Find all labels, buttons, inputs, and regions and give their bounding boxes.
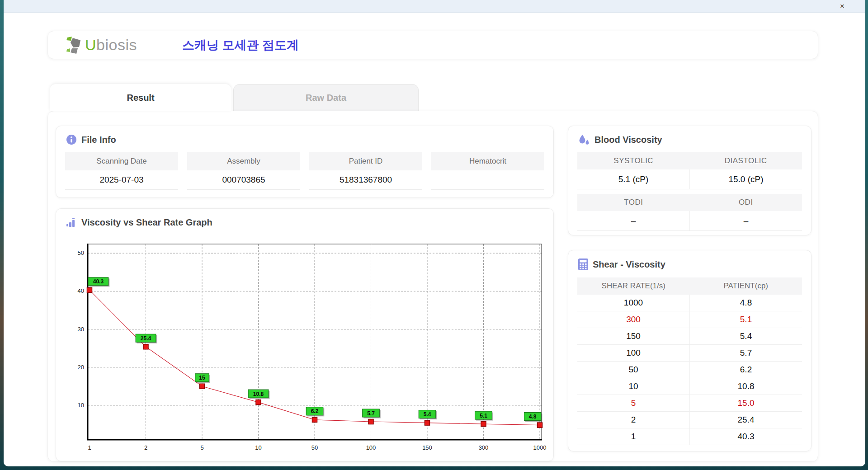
x-tick-label: 1 bbox=[88, 444, 91, 451]
x-tick-label: 300 bbox=[479, 444, 489, 451]
bv-header-cell: DIASTOLIC bbox=[690, 152, 802, 169]
table-row: 506.2 bbox=[577, 362, 802, 378]
spacer bbox=[577, 189, 802, 194]
field-label: Hematocrit bbox=[431, 152, 544, 170]
tab-result[interactable]: Result bbox=[50, 84, 231, 111]
brand-rest: biosis bbox=[96, 36, 137, 53]
data-point-marker bbox=[481, 422, 486, 427]
y-tick-label: 10 bbox=[78, 402, 84, 409]
header-card: Ubiosis 스캐닝 모세관 점도계 bbox=[47, 31, 818, 59]
app-window: × Ubiosis 스캐닝 모세관 점도계 Result Raw Data bbox=[4, 0, 865, 466]
y-tick-label: 50 bbox=[78, 249, 84, 256]
bv-header-cell: ODI bbox=[690, 194, 802, 211]
bv-header-row: TODIODI bbox=[577, 194, 802, 211]
sv-patient-cell: 6.2 bbox=[690, 362, 802, 378]
data-point-marker bbox=[425, 420, 430, 425]
field-value: 2025-07-03 bbox=[65, 170, 178, 190]
bv-value-row: –– bbox=[577, 211, 802, 231]
brand-text: Ubiosis bbox=[85, 36, 137, 54]
viscosity-chart-svg: 10203040501251050100150300100040.325.415… bbox=[70, 235, 594, 457]
table-row: 1505.4 bbox=[577, 328, 802, 345]
table-row: 1005.7 bbox=[577, 345, 802, 362]
table-row: 1010.8 bbox=[577, 378, 802, 395]
blood-viscosity-table: SYSTOLICDIASTOLIC5.1 (cP)15.0 (cP)TODIOD… bbox=[577, 152, 802, 231]
data-point-marker bbox=[87, 287, 92, 292]
graph-title: Viscosity vs Shear Rate Graph bbox=[81, 217, 212, 228]
result-content-card: File Info Scanning Date2025-07-03Assembl… bbox=[47, 111, 818, 462]
data-point-marker bbox=[368, 419, 373, 424]
data-point-marker bbox=[538, 423, 542, 428]
table-row: 225.4 bbox=[577, 412, 802, 428]
data-point-marker bbox=[143, 344, 148, 349]
data-label-text: 10.8 bbox=[253, 391, 264, 397]
blood-viscosity-title: Blood Viscosity bbox=[594, 135, 662, 145]
x-tick-label: 2 bbox=[144, 444, 147, 451]
sv-patient-cell: 5.1 bbox=[690, 311, 802, 328]
data-label-text: 5.1 bbox=[480, 413, 487, 419]
data-label-text: 25.4 bbox=[141, 335, 151, 342]
file-info-column: Scanning Date2025-07-03 bbox=[65, 152, 178, 190]
sv-patient-cell: 15.0 bbox=[690, 395, 802, 411]
x-tick-label: 100 bbox=[366, 444, 376, 451]
app-title-korean: 스캐닝 모세관 점도계 bbox=[182, 37, 299, 53]
series-line bbox=[90, 290, 540, 425]
field-label: Assembly bbox=[187, 152, 300, 170]
x-tick-label: 150 bbox=[422, 444, 432, 451]
bv-header-row: SYSTOLICDIASTOLIC bbox=[577, 152, 802, 169]
data-label-text: 6.2 bbox=[311, 408, 319, 414]
sv-header-cell: PATIENT(cp) bbox=[690, 277, 802, 295]
bv-header-cell: TODI bbox=[577, 194, 690, 211]
sv-shear-cell: 300 bbox=[577, 311, 690, 328]
field-value bbox=[431, 170, 544, 190]
tab-result-label: Result bbox=[127, 93, 154, 103]
table-row: 10004.8 bbox=[577, 295, 802, 311]
table-row: 515.0 bbox=[577, 395, 802, 412]
sv-patient-cell: 40.3 bbox=[690, 428, 802, 445]
graph-panel: Viscosity vs Shear Rate Graph 1020304050… bbox=[56, 208, 554, 461]
file-info-column: Hematocrit bbox=[431, 152, 544, 190]
window-titlebar: × bbox=[4, 0, 865, 13]
sv-patient-cell: 10.8 bbox=[690, 378, 802, 395]
data-label-text: 5.4 bbox=[424, 411, 431, 418]
field-value: 51831367800 bbox=[309, 170, 422, 190]
blood-viscosity-title-row: Blood Viscosity bbox=[578, 134, 811, 145]
data-label-text: 4.8 bbox=[529, 414, 537, 420]
ubiosis-logo-icon bbox=[64, 36, 83, 54]
data-label-text: 15 bbox=[199, 375, 205, 381]
shear-viscosity-title: Shear - Viscosity bbox=[593, 259, 665, 270]
table-row: 3005.1 bbox=[577, 311, 802, 328]
brand-u: U bbox=[85, 36, 96, 53]
data-point-marker bbox=[200, 384, 205, 389]
data-label-text: 40.3 bbox=[93, 278, 104, 285]
sv-patient-cell: 4.8 bbox=[690, 295, 802, 311]
sv-shear-cell: 10 bbox=[577, 378, 690, 395]
data-point-marker bbox=[312, 417, 317, 422]
sv-header-row: SHEAR RATE(1/s)PATIENT(cp) bbox=[577, 277, 802, 295]
bar-chart-icon bbox=[66, 217, 77, 228]
sv-shear-cell: 150 bbox=[577, 328, 690, 344]
sv-shear-cell: 50 bbox=[577, 362, 690, 378]
graph-title-row: Viscosity vs Shear Rate Graph bbox=[66, 217, 553, 228]
sv-shear-cell: 5 bbox=[577, 395, 690, 411]
droplets-icon bbox=[578, 134, 590, 145]
x-tick-label: 5 bbox=[200, 444, 203, 451]
field-label: Patient ID bbox=[309, 152, 422, 170]
y-tick-label: 30 bbox=[78, 326, 84, 333]
bv-header-cell: SYSTOLIC bbox=[577, 152, 690, 169]
shear-viscosity-panel: Shear - Viscosity SHEAR RATE(1/s)PATIENT… bbox=[568, 250, 811, 451]
sv-patient-cell: 5.4 bbox=[690, 328, 802, 344]
tab-raw-data[interactable]: Raw Data bbox=[233, 84, 419, 111]
x-tick-label: 1000 bbox=[533, 444, 547, 451]
bv-value-cell: – bbox=[577, 211, 690, 230]
sv-shear-cell: 100 bbox=[577, 345, 690, 361]
data-point-marker bbox=[256, 400, 261, 405]
shear-viscosity-title-row: Shear - Viscosity bbox=[578, 258, 811, 270]
file-info-title-row: File Info bbox=[66, 134, 553, 145]
close-button[interactable]: × bbox=[837, 1, 847, 11]
file-info-column: Assembly000703865 bbox=[187, 152, 300, 190]
bv-value-cell: – bbox=[690, 211, 802, 230]
file-info-grid: Scanning Date2025-07-03Assembly000703865… bbox=[65, 152, 544, 190]
bv-value-row: 5.1 (cP)15.0 (cP) bbox=[577, 169, 802, 189]
sv-shear-cell: 2 bbox=[577, 412, 690, 428]
field-value: 000703865 bbox=[187, 170, 300, 190]
